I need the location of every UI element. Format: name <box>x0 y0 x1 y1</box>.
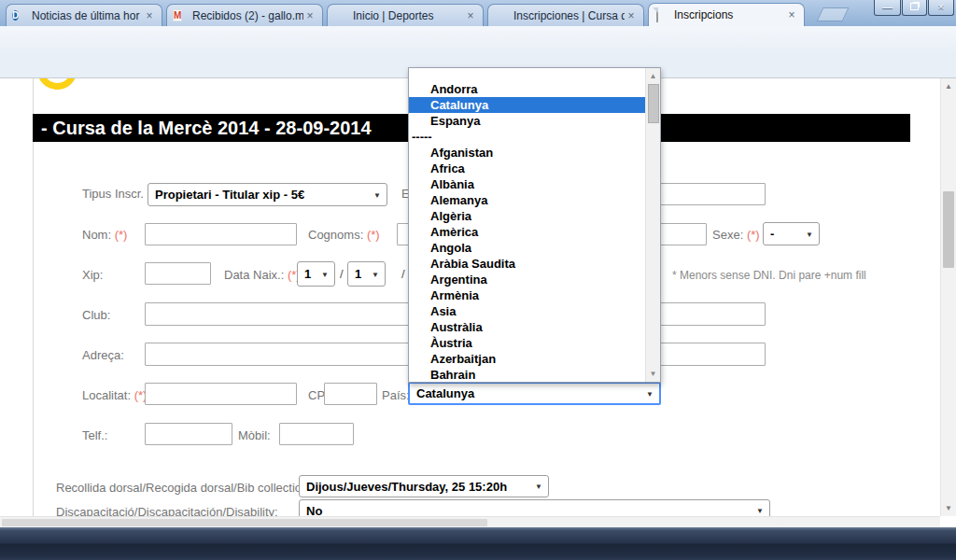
tab-title: Inicio | Deportes <box>353 9 464 22</box>
sexe-label: Sexe: (*) <box>712 228 760 242</box>
cognoms-label: Cognoms: (*) <box>308 228 380 242</box>
scroll-up-icon[interactable]: ▲ <box>646 70 660 82</box>
tab-close-icon[interactable]: × <box>625 9 638 22</box>
vertical-scrollbar[interactable]: ▲ ▼ <box>940 78 956 516</box>
date-separator: / <box>340 267 344 281</box>
tab-title: Recibidos (2) - gallo.m <box>192 9 303 22</box>
country-option[interactable]: Bahrain <box>409 367 646 383</box>
window-maximize-button[interactable] <box>902 0 927 16</box>
country-option[interactable]: Espanya <box>409 113 646 129</box>
recollida-select[interactable]: Dijous/Jueves/Thursday, 25 15:20h▼ <box>299 475 549 497</box>
scroll-up-icon[interactable]: ▲ <box>941 82 956 91</box>
localitat-field[interactable] <box>145 383 297 405</box>
tab-close-icon[interactable]: × <box>143 9 156 22</box>
pais-select[interactable]: Catalunya▼ <box>408 382 661 405</box>
country-option[interactable]: Albània <box>409 176 646 192</box>
scroll-down-icon[interactable]: ▼ <box>941 504 956 512</box>
window-close-button[interactable]: × <box>928 0 954 16</box>
tab-close-icon[interactable]: × <box>303 9 316 22</box>
nom-field[interactable] <box>145 223 297 245</box>
cp-field[interactable] <box>324 383 377 405</box>
tab-gmail[interactable]: M Recibidos (2) - gallo.m × <box>166 4 323 26</box>
tab-deportes[interactable]: Inicio | Deportes × <box>327 4 484 26</box>
tab-noticias[interactable]: D Noticias de última hor × <box>6 4 162 26</box>
date-separator: / <box>401 267 405 281</box>
tab-strip: D Noticias de última hor × M Recibidos (… <box>0 0 956 26</box>
country-option[interactable]: Africa <box>409 161 646 176</box>
new-tab-button[interactable] <box>817 7 850 21</box>
tab-inscripciones[interactable]: Inscripciones | Cursa d × <box>487 4 644 26</box>
telf-field[interactable] <box>145 423 232 445</box>
country-option[interactable]: Algèria <box>409 208 646 224</box>
country-option[interactable]: Àustria <box>409 335 646 351</box>
gmail-favicon: M <box>173 8 187 22</box>
red-diamond-favicon <box>333 8 347 22</box>
localitat-label: Localitat: (*) <box>82 388 147 402</box>
red-diamond-favicon <box>494 8 508 22</box>
tab-title: Noticias de última hor <box>32 9 143 22</box>
page-left-border <box>33 78 34 516</box>
recollida-label: Recollida dorsal/Recogida dorsal/Bib col… <box>56 481 312 495</box>
tab-title: Inscripciones | Cursa d <box>513 9 625 22</box>
country-option[interactable]: Alemanya <box>409 192 646 208</box>
birth-month-select[interactable]: 1▼ <box>347 261 386 287</box>
country-option-selected[interactable]: Catalunya <box>409 97 646 113</box>
menors-note: * Menors sense DNI. Dni pare +num fill <box>672 269 866 282</box>
country-option-separator[interactable]: ----- <box>409 129 646 145</box>
tab-inscripcions-active[interactable]: Inscripcions × <box>648 3 805 26</box>
news-favicon: D <box>12 8 26 22</box>
country-option-list: Andorra Catalunya Espanya ----- Afganist… <box>409 68 646 384</box>
club-label: Club: <box>82 308 110 322</box>
taskbar <box>0 527 956 560</box>
country-option[interactable]: Afganistan <box>409 145 646 161</box>
browser-toolbar <box>0 26 956 54</box>
country-option[interactable]: Angola <box>409 240 646 256</box>
championchip-logo-partial <box>34 78 91 91</box>
mobil-label: Mòbil: <box>238 428 271 442</box>
country-dropdown-popup: Andorra Catalunya Espanya ----- Afganist… <box>408 67 661 383</box>
page-favicon <box>654 8 668 22</box>
adreca-label: Adreça: <box>82 348 124 362</box>
sexe-select[interactable]: -▼ <box>763 222 820 245</box>
dropdown-scrollbar[interactable]: ▲ ▼ <box>645 68 660 382</box>
scrollbar-thumb[interactable] <box>648 84 659 123</box>
xip-field[interactable] <box>145 262 211 285</box>
country-option[interactable]: Armènia <box>409 287 646 303</box>
tipus-select[interactable]: Propietari - Titular xip - 5€▼ <box>148 183 387 206</box>
tab-close-icon[interactable]: × <box>785 8 798 21</box>
scrollbar-thumb[interactable] <box>943 191 954 268</box>
country-option[interactable]: Austràlia <box>409 319 646 335</box>
telf-label: Telf.: <box>82 428 107 442</box>
pais-label: País: <box>382 388 410 402</box>
country-option[interactable]: Aràbia Saudita <box>409 256 646 272</box>
tab-close-icon[interactable]: × <box>464 9 477 22</box>
data-naix-label: Data Naix.: (*) <box>224 268 301 282</box>
mobil-field[interactable] <box>279 423 354 445</box>
horizontal-scrollbar[interactable] <box>0 516 940 527</box>
window-minimize-button[interactable]: — <box>874 0 901 16</box>
country-option[interactable]: Andorra <box>409 81 646 97</box>
country-option[interactable]: Amèrica <box>409 224 646 240</box>
scroll-down-icon[interactable]: ▼ <box>646 368 660 380</box>
scrollbar-thumb[interactable] <box>2 519 487 526</box>
nom-label: Nom: (*) <box>82 228 127 242</box>
tab-title: Inscripcions <box>674 8 785 21</box>
xip-label: Xip: <box>82 268 103 282</box>
birth-day-select[interactable]: 1▼ <box>297 261 335 287</box>
country-option[interactable]: Azerbaitjan <box>409 351 646 367</box>
country-option[interactable]: Argentina <box>409 272 646 287</box>
country-option[interactable]: Asia <box>409 303 646 319</box>
